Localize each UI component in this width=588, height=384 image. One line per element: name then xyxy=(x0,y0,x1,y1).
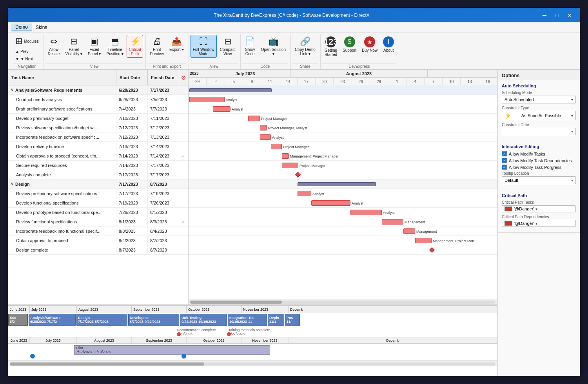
export-button[interactable]: 📤 Export ▾ xyxy=(167,35,186,53)
gantt-row[interactable]: Draft preliminary software specification… xyxy=(8,104,188,114)
constraint-type-select[interactable]: ⚡ As Soon As Possible ▾ xyxy=(502,111,576,120)
window-controls: ─ □ ✕ xyxy=(539,11,575,20)
start-cell: 8/7/2023 xyxy=(116,245,148,254)
export-label: Export ▾ xyxy=(169,47,184,52)
scrollbar-track xyxy=(10,362,495,366)
finish-cell: 7/7/2023 xyxy=(148,104,179,113)
allow-modify-deps-label: Allow Modify Task Dependencies xyxy=(509,158,572,163)
color-swatch-deps xyxy=(505,221,512,226)
gantt-row[interactable]: Develop functional specifications 7/19/2… xyxy=(8,198,188,208)
menu-skins[interactable]: Skins xyxy=(32,24,51,31)
scrollbar-thumb[interactable] xyxy=(190,301,282,304)
fullwindow-button[interactable]: ⛶ Full-Window Mode xyxy=(191,35,217,58)
task-name-cell: Obtain approvals to proceed (concept, ti… xyxy=(8,151,116,160)
gantt-row[interactable]: Obtain approval to proceed 8/4/2023 8/7/… xyxy=(8,236,188,245)
constraint-icon: ⊘ xyxy=(181,74,186,81)
minimize-button[interactable]: ─ xyxy=(539,11,550,20)
expand-btn[interactable]: ∨ xyxy=(11,181,14,187)
constraint-date-select[interactable]: ▾ xyxy=(502,128,576,135)
gantt-row[interactable]: ∨ Analysis/Software Requirements 6/28/20… xyxy=(8,85,188,95)
gantt-row[interactable]: Review preliminary software specificatio… xyxy=(8,189,188,198)
bar-resource: Analyst xyxy=(352,201,363,206)
buy-now-button[interactable]: ★ Buy Now xyxy=(359,35,380,54)
task-name-cell: Draft preliminary software specification… xyxy=(8,104,116,113)
color-swatch-tasks xyxy=(505,206,512,211)
close-button[interactable]: ✕ xyxy=(564,11,575,20)
show-code-button[interactable]: 📄 Show Code xyxy=(242,35,258,58)
modules-button[interactable]: ⊞ Modules xyxy=(13,35,41,47)
tooltip-location-label: Tooltip Location xyxy=(502,171,576,176)
start-cell: 7/26/2023 xyxy=(116,208,148,217)
timeline-bar-integration: Integration Tes 10/16/2023-11 xyxy=(228,314,267,326)
tooltip-location-select[interactable]: Default ▾ xyxy=(502,176,576,184)
open-solution-button[interactable]: 📺 Open Solution ▾ xyxy=(259,35,288,58)
gantt-row[interactable]: Incorporate feedback on software specifi… xyxy=(8,132,188,142)
timeline-month-label: June 2023 xyxy=(8,306,30,313)
chart-row: Analyst xyxy=(189,189,497,198)
allow-modify-deps-checkbox[interactable]: ✓ xyxy=(502,158,507,163)
chart-row: Management xyxy=(189,226,497,236)
gantt-row[interactable]: Develop prototype based on functional sp… xyxy=(8,208,188,217)
getting-started-button[interactable]: 123 Getting Started xyxy=(322,35,339,58)
gantt-row[interactable]: Analysis complete 7/17/2023 7/17/2023 xyxy=(8,170,188,179)
gantt-row[interactable]: Develop preliminary budget 7/10/2023 7/1… xyxy=(8,114,188,123)
allow-modify-deps-row: ✓ Allow Modify Task Dependencies xyxy=(502,158,576,163)
finish-cell: 7/12/2023 xyxy=(148,123,179,132)
maximize-button[interactable]: □ xyxy=(552,11,563,20)
gantt-row[interactable]: ∨ Design 7/17/2023 8/7/2023 xyxy=(8,179,188,189)
timeline-note-1: Documentation complete9/29/2023 xyxy=(177,328,216,336)
fixed-panel-button[interactable]: ▣ Fixed Panel ▾ xyxy=(85,35,103,58)
chart-row xyxy=(189,245,497,255)
menu-demo[interactable]: Demo xyxy=(11,24,32,31)
gantt-row[interactable]: Review functional specifications 8/1/202… xyxy=(8,217,188,226)
gantt-row[interactable]: Obtain approvals to proceed (concept, ti… xyxy=(8,151,188,161)
timeline-position-button[interactable]: ⬒ Timeline Position ▾ xyxy=(104,35,125,58)
allow-modify-tasks-checkbox[interactable]: ✓ xyxy=(502,151,507,156)
bar-resource: Management, Project Manager xyxy=(290,154,339,159)
prev-button[interactable]: ▲ Prev xyxy=(13,48,41,55)
pin-cell xyxy=(179,236,188,245)
gantt-row[interactable]: Incorporate feedback into functional spe… xyxy=(8,226,188,236)
critical-path-tasks-select[interactable]: '@Danger' ▾ xyxy=(502,205,576,212)
support-button[interactable]: S Support xyxy=(340,35,359,54)
scrollbar-thumb[interactable] xyxy=(10,362,204,366)
chart-scrollbar[interactable] xyxy=(189,299,497,304)
timeline-scrollbar[interactable] xyxy=(8,361,497,366)
pin-cell xyxy=(179,198,188,207)
pin-cell: → xyxy=(179,104,188,113)
critical-path-button[interactable]: ⚡ Critical Path xyxy=(127,35,143,58)
ribbon-view-group: ⇔ Allow Resize ⊟ Panel Visibility ▾ ▣ Fi… xyxy=(44,34,146,69)
bar-resource: Management xyxy=(405,219,425,225)
note-dot-2 xyxy=(227,332,231,336)
finish-cell: 7/14/2023 xyxy=(148,142,179,151)
constraint-date-arrow: ▾ xyxy=(571,129,573,134)
compact-view-button[interactable]: ⊟ Compact View xyxy=(218,35,238,58)
start-cell: 6/28/2023 xyxy=(116,95,148,104)
gantt-row[interactable]: Design complete 8/7/2023 8/7/2023 xyxy=(8,245,188,255)
day-cell: 4 xyxy=(407,78,425,85)
gantt-rows[interactable]: ∨ Analysis/Software Requirements 6/28/20… xyxy=(8,85,188,304)
gantt-row[interactable]: Develop delivery timeline 7/13/2023 7/14… xyxy=(8,142,188,151)
timeline-bar-deploy: Deplo 11/1 xyxy=(268,314,284,326)
constraint-type-arrow: ▾ xyxy=(571,114,573,118)
timeline-note-2: Training materials complete10/27/2023 xyxy=(227,328,270,336)
gantt-row[interactable]: Review software specifications/budget wi… xyxy=(8,123,188,132)
print-icon: 🖨 xyxy=(152,36,161,47)
scheduling-mode-row: Scheduling Mode AutoScheduled ▾ xyxy=(502,91,576,103)
panel-visibility-button[interactable]: ⊟ Panel Visibility ▾ xyxy=(63,35,85,58)
print-preview-button[interactable]: 🖨 Print Preview xyxy=(147,35,166,58)
next-button[interactable]: ▼ ▼ Next xyxy=(13,56,41,62)
pin-cell xyxy=(179,208,188,217)
gantt-row[interactable]: Secure required resources 7/14/2023 7/17… xyxy=(8,161,188,170)
allow-resize-button[interactable]: ⇔ Allow Resize xyxy=(45,35,62,58)
task-name-cell: Develop functional specifications xyxy=(8,198,116,207)
copy-demo-button[interactable]: 🔗 Copy Demo Link ▾ xyxy=(292,35,318,58)
allow-modify-progress-checkbox[interactable]: ✓ xyxy=(502,165,507,170)
gantt-row[interactable]: Conduct needs analysis 6/28/2023 7/5/202… xyxy=(8,95,188,104)
timeline-month-label: October 2023 xyxy=(187,306,241,313)
finish-cell: 7/17/2023 xyxy=(148,85,179,94)
expand-btn[interactable]: ∨ xyxy=(11,87,14,92)
about-button[interactable]: i About xyxy=(381,35,396,54)
critical-path-deps-select[interactable]: '@Danger' ▾ xyxy=(502,220,576,227)
scheduling-mode-select[interactable]: AutoScheduled ▾ xyxy=(502,96,576,103)
